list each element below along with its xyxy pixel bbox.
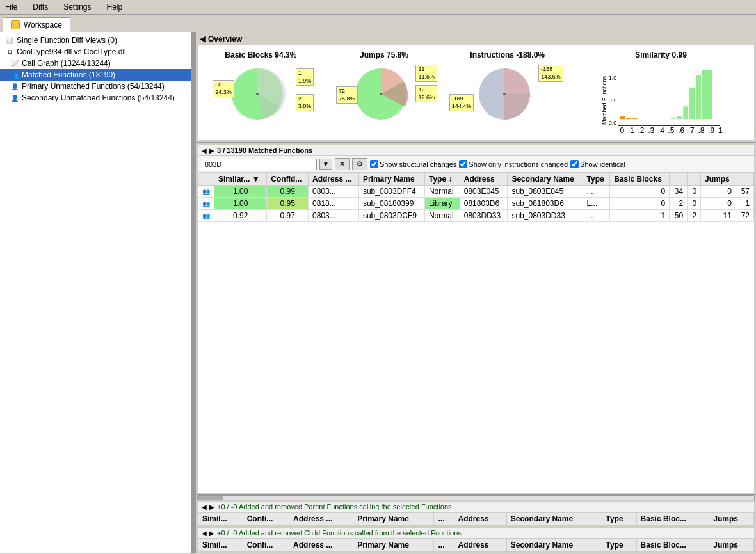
child-col-simil[interactable]: Simil...: [198, 539, 243, 551]
main-scrollbar[interactable]: [196, 494, 756, 500]
col-j2[interactable]: [736, 173, 753, 186]
sidebar-item-cooltype-diff[interactable]: ⚙ CoolType934.dll vs CoolType.dll: [0, 46, 191, 58]
row2-address1: 0818...: [309, 198, 359, 210]
col-similarity[interactable]: Similar... ▼: [214, 173, 267, 186]
child-col-jumps[interactable]: Jumps: [709, 539, 754, 551]
matched-header-row: ◀ ▶ 3 / 13190 Matched Functions: [198, 145, 754, 156]
child-nav-right[interactable]: ▶: [209, 530, 214, 537]
workspace-tab[interactable]: Workspace: [3, 17, 70, 32]
col-address1[interactable]: Address ...: [309, 173, 359, 186]
row3-bb1: 1: [610, 210, 670, 222]
sidebar-item-single-func[interactable]: 📊 Single Function Diff Views (0): [0, 35, 191, 46]
child-col-secondary[interactable]: Secondary Name: [506, 539, 602, 551]
sidebar-item-matched-funcs[interactable]: 👥 Matched Functions (13190): [0, 69, 191, 81]
col-bb3[interactable]: [688, 173, 701, 186]
row2-address2: 081803D6: [460, 198, 508, 210]
sidebar-item-primary-unmatched[interactable]: 👤 Primary Unmatched Functions (54/13244): [0, 81, 191, 92]
parent-table: Simil... Confi... Address ... Primary Na…: [198, 512, 754, 525]
col-bb1[interactable]: Basic Blocks: [610, 173, 670, 186]
child-col-type[interactable]: Type: [602, 539, 636, 551]
row3-bb3: 2: [688, 210, 701, 222]
table-row[interactable]: 👥 1.00 0.99 0803... sub_0803DFF4 Normal …: [198, 186, 754, 198]
search-input[interactable]: [202, 159, 317, 170]
y-tick-0: 0.0: [609, 120, 617, 126]
child-col-confi[interactable]: Confi...: [243, 539, 289, 551]
scrollbar-thumb[interactable]: [198, 496, 223, 500]
child-col-addr2[interactable]: Address: [454, 539, 506, 551]
row1-similarity: 1.00: [214, 186, 267, 198]
sidebar-item-call-graph[interactable]: 📈 Call Graph (13244/13244): [0, 58, 191, 69]
settings-button[interactable]: ⚙: [352, 158, 367, 170]
col-secondary-name[interactable]: Secondary Name: [508, 173, 583, 186]
matched-nav-right[interactable]: ▶: [209, 147, 214, 154]
col-bb2[interactable]: [670, 173, 688, 186]
menu-file[interactable]: File: [3, 1, 20, 13]
tabbar: Workspace: [0, 15, 756, 32]
structural-checkbox[interactable]: [370, 160, 378, 168]
x-axis-labels: 0 .1 .2 .3 .4 .5 .6 .7 .8 .9 1: [620, 126, 723, 135]
matched-nav-left[interactable]: ◀: [202, 147, 207, 154]
instructions-pie: -168143.6% -169144.4%: [472, 62, 543, 126]
dropdown-button[interactable]: ▼: [319, 159, 332, 170]
svg-rect-18: [689, 88, 695, 119]
secondary-unmatched-icon: 👤: [10, 93, 19, 102]
matched-toolbar: ▼ ✕ ⚙ Show structural changes Show only …: [198, 156, 754, 173]
child-col-dot[interactable]: ...: [434, 539, 454, 551]
menubar: File Diffs Settings Help: [0, 0, 756, 15]
overview-nav-left[interactable]: ◀: [200, 35, 205, 44]
child-col-addr[interactable]: Address ...: [289, 539, 353, 551]
parent-col-confi[interactable]: Confi...: [243, 513, 289, 525]
row2-confidence: 0.95: [267, 198, 309, 210]
row1-j1: 0: [701, 186, 736, 198]
parent-col-dot[interactable]: ...: [434, 513, 454, 525]
table-row[interactable]: 👥 1.00 0.95 0818... sub_08180399 Library…: [198, 198, 754, 210]
child-functions-panel: ◀ ▶ +0 / -0 Added and removed Child Func…: [197, 527, 755, 552]
parent-nav-left[interactable]: ◀: [202, 503, 207, 510]
parent-col-simil[interactable]: Simil...: [198, 513, 243, 525]
clear-button[interactable]: ✕: [335, 158, 350, 170]
child-panel-header-row: ◀ ▶ +0 / -0 Added and removed Child Func…: [198, 528, 754, 539]
child-col-bb[interactable]: Basic Bloc...: [636, 539, 709, 551]
parent-col-bb[interactable]: Basic Bloc...: [636, 513, 709, 525]
row1-confidence: 0.99: [267, 186, 309, 198]
col-confidence[interactable]: Confid...: [267, 173, 309, 186]
child-nav-left[interactable]: ◀: [202, 530, 207, 537]
instructions-checkbox[interactable]: [459, 160, 467, 168]
parent-col-primary[interactable]: Primary Name: [353, 513, 434, 525]
x-label-08: .8: [698, 126, 704, 135]
workspace-tab-label: Workspace: [24, 20, 62, 29]
parent-col-addr2[interactable]: Address: [454, 513, 506, 525]
row2-j2: 1: [736, 198, 753, 210]
x-label-01: .1: [628, 126, 634, 135]
col-type1[interactable]: Type ↕: [424, 173, 460, 186]
col-address2[interactable]: Address: [460, 173, 508, 186]
svg-rect-8: [627, 118, 632, 119]
col-jumps[interactable]: Jumps: [701, 173, 736, 186]
menu-diffs[interactable]: Diffs: [30, 1, 51, 13]
matched-section: ◀ ▶ 3 / 13190 Matched Functions ▼ ✕ ⚙ Sh…: [197, 145, 755, 493]
sidebar: 📊 Single Function Diff Views (0) ⚙ CoolT…: [0, 32, 192, 553]
row2-icon: 👥: [198, 198, 214, 210]
col-icon[interactable]: [198, 173, 214, 186]
menu-help[interactable]: Help: [104, 1, 125, 13]
scrollbar-track[interactable]: [197, 495, 755, 500]
child-col-primary[interactable]: Primary Name: [353, 539, 434, 551]
sidebar-item-secondary-unmatched[interactable]: 👤 Secondary Unmatched Functions (54/1324…: [0, 92, 191, 104]
menu-settings[interactable]: Settings: [61, 1, 93, 13]
parent-col-secondary[interactable]: Secondary Name: [506, 513, 602, 525]
col-primary-name[interactable]: Primary Name: [358, 173, 424, 186]
svg-rect-16: [677, 116, 682, 119]
parent-col-addr[interactable]: Address ...: [289, 513, 353, 525]
parent-nav-right[interactable]: ▶: [209, 503, 214, 510]
table-row[interactable]: 👥 0.92 0.97 0803... sub_0803DCF9 Normal …: [198, 210, 754, 222]
bb-label-1: 11.9%: [296, 68, 314, 86]
col-type2[interactable]: Type: [583, 173, 610, 186]
svg-rect-17: [684, 106, 689, 119]
row1-bb2: 34: [670, 186, 688, 198]
instructions-chart: Instructions -188.0% -168143.6% -169144.…: [447, 51, 568, 135]
identical-checkbox[interactable]: [570, 160, 579, 168]
parent-col-jumps[interactable]: Jumps: [709, 513, 754, 525]
parent-col-type[interactable]: Type: [602, 513, 636, 525]
x-label-07: .7: [688, 126, 695, 135]
instructions-title: Instructions -188.0%: [470, 51, 545, 59]
